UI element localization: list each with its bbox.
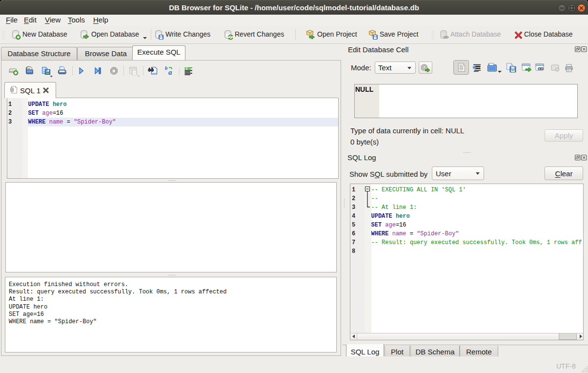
svg-text:b: b xyxy=(165,65,168,71)
svg-text:a: a xyxy=(168,68,172,76)
